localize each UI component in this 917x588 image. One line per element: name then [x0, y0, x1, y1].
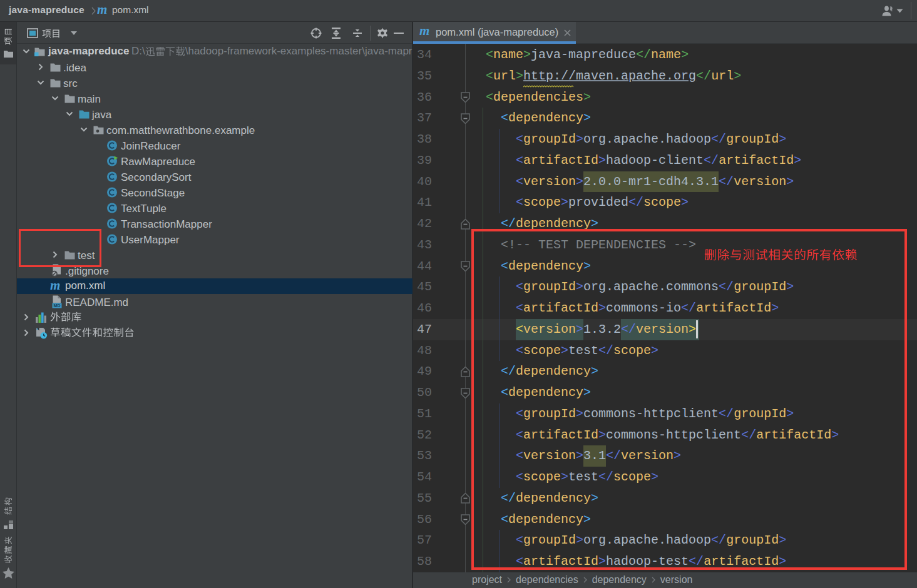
svg-text:MD: MD — [54, 303, 61, 308]
